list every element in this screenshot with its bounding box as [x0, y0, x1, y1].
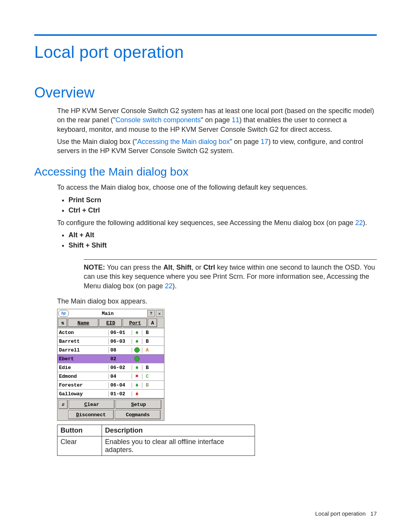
- text: ).: [363, 219, 367, 227]
- server-flag: A: [142, 347, 152, 353]
- xref-accessing-main-dialog[interactable]: Accessing the Main dialog box: [137, 138, 230, 145]
- dialog-title: Main: [69, 311, 147, 316]
- server-flag: C: [142, 374, 152, 379]
- page-ref-11[interactable]: 11: [232, 116, 239, 124]
- text: You can press the: [105, 264, 163, 271]
- key-alt: Alt: [163, 264, 172, 271]
- server-name: Forester: [57, 382, 108, 388]
- text: ).: [172, 282, 177, 290]
- key-sequence-list-2: Alt + Alt Shift + Shift: [57, 231, 377, 249]
- sort-asc-button[interactable]: ⇅: [58, 319, 67, 327]
- td-button: Clear: [57, 436, 102, 456]
- status-icon: ♣: [132, 365, 142, 370]
- server-name: Barrett: [57, 339, 108, 344]
- table-row: Clear Enables you to clear all offline i…: [57, 436, 255, 456]
- close-button[interactable]: ✕: [156, 310, 163, 317]
- help-button[interactable]: ?: [147, 310, 155, 317]
- server-row[interactable]: Forester06-04♣B: [57, 381, 164, 390]
- column-header-a[interactable]: A: [148, 319, 157, 327]
- server-row[interactable]: Acton06-01♣B: [57, 328, 164, 337]
- server-port: 06-01: [108, 330, 132, 335]
- server-port: 02: [108, 356, 132, 362]
- page-ref-22[interactable]: 22: [355, 219, 363, 227]
- status-icon: [132, 356, 142, 361]
- clear-button[interactable]: Clear: [69, 400, 115, 409]
- server-flag: B: [142, 382, 152, 388]
- column-header-eid[interactable]: EID: [99, 319, 122, 327]
- status-icon: [132, 347, 142, 353]
- table-header-row: Button Description: [57, 425, 255, 436]
- server-name: Edie: [57, 365, 108, 371]
- server-row[interactable]: Edmond04✖C: [57, 372, 164, 381]
- list-item: Alt + Alt: [68, 231, 377, 239]
- status-icon: ♣: [132, 330, 142, 335]
- text: Use the Main dialog box (": [57, 138, 137, 145]
- server-port: 08: [108, 347, 132, 353]
- dialog-titlebar: hp Main ? ✕: [57, 309, 164, 318]
- status-icon: ✖: [132, 374, 142, 379]
- server-name: Acton: [57, 330, 108, 335]
- chapter-title: Local port operation: [34, 43, 377, 62]
- server-row[interactable]: Galloway01-02♣: [57, 390, 164, 398]
- server-name: Ebert: [57, 356, 108, 362]
- key-shift: Shift: [176, 264, 191, 271]
- server-port: 04: [108, 374, 132, 379]
- note-label: NOTE:: [84, 264, 105, 271]
- page-footer: Local port operation 17: [315, 510, 377, 517]
- dialog-rows: Acton06-01♣BBarrett06-03♣BDarrell08AEber…: [57, 328, 164, 398]
- paragraph: To configure the following additional ke…: [57, 218, 377, 227]
- th-description: Description: [102, 425, 255, 436]
- server-row[interactable]: Edie06-02♣B: [57, 363, 164, 372]
- status-icon: ♣: [132, 391, 142, 396]
- note-rule: [84, 259, 377, 260]
- paragraph: Use the Main dialog box ("Accessing the …: [57, 137, 377, 156]
- subsection-body: To access the Main dialog box, choose on…: [57, 183, 377, 456]
- server-row[interactable]: Barrett06-03♣B: [57, 337, 164, 346]
- disconnect-button[interactable]: Disconnect: [68, 410, 114, 419]
- setup-button[interactable]: Setup: [116, 400, 161, 409]
- server-name: Darrell: [57, 347, 108, 353]
- footer-page-number: 17: [370, 510, 377, 517]
- text: " on page: [201, 116, 232, 124]
- column-header-name[interactable]: Name: [68, 319, 99, 327]
- xref-console-switch-components[interactable]: Console switch components: [115, 116, 201, 124]
- subsection-title: Accessing the Main dialog box: [34, 165, 377, 178]
- note-block: NOTE: You can press the Alt, Shift, or C…: [84, 256, 377, 291]
- server-name: Galloway: [57, 391, 108, 397]
- status-icon: ♣: [132, 383, 142, 388]
- key-ctrl: Ctrl: [203, 264, 215, 271]
- page: Local port operation Overview The HP KVM…: [0, 0, 411, 532]
- server-flag: B: [142, 365, 152, 371]
- server-port: 06-02: [108, 365, 132, 371]
- main-dialog: hp Main ? ✕ ⇅ Name EID Port A Acton06-01…: [57, 309, 164, 421]
- page-ref-22b[interactable]: 22: [165, 282, 172, 290]
- text: To configure the following additional ke…: [57, 219, 355, 227]
- server-flag: B: [142, 330, 152, 335]
- th-button: Button: [57, 425, 102, 436]
- column-header-port[interactable]: Port: [123, 319, 147, 327]
- hp-logo-icon: hp: [58, 310, 69, 317]
- footer-text: Local port operation: [315, 510, 366, 517]
- list-item: Print Scrn: [68, 196, 377, 204]
- list-item: Ctrl + Ctrl: [68, 206, 377, 214]
- list-item: Shift + Shift: [68, 241, 377, 249]
- top-rule: [34, 34, 377, 36]
- server-port: 06-03: [108, 339, 132, 344]
- key-sequence-list-1: Print Scrn Ctrl + Ctrl: [57, 196, 377, 214]
- sort-desc-button[interactable]: ⇵: [59, 400, 68, 409]
- server-name: Edmond: [57, 374, 108, 379]
- paragraph: To access the Main dialog box, choose on…: [57, 183, 377, 192]
- server-port: 01-02: [108, 391, 132, 397]
- text: " on page: [230, 138, 261, 145]
- server-row[interactable]: Ebert02: [57, 355, 164, 363]
- paragraph: The Main dialog box appears.: [57, 297, 377, 306]
- overview-body: The HP KVM Server Console Switch G2 syst…: [57, 106, 377, 155]
- commands-button[interactable]: Commands: [115, 410, 161, 419]
- page-ref-17[interactable]: 17: [261, 138, 268, 145]
- text: ,: [172, 264, 176, 271]
- server-row[interactable]: Darrell08A: [57, 346, 164, 355]
- server-port: 06-04: [108, 382, 132, 388]
- text: , or: [191, 264, 203, 271]
- status-icon: ♣: [132, 339, 142, 344]
- dialog-footer: ⇵ Clear Setup Disconnect Commands: [57, 398, 164, 420]
